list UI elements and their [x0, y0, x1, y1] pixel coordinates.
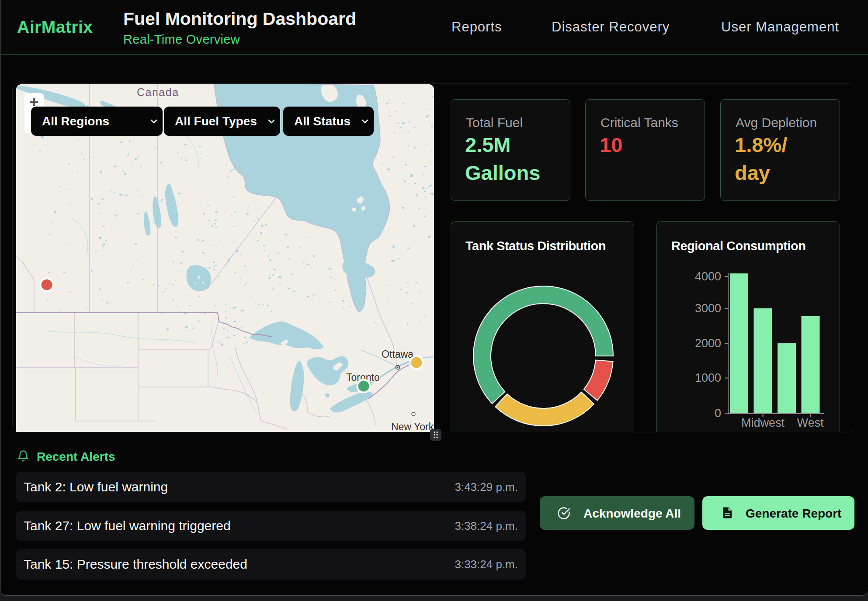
svg-text:2000: 2000: [695, 337, 721, 350]
svg-text:0: 0: [715, 407, 721, 420]
svg-text:Midwest: Midwest: [741, 416, 785, 429]
svg-text:Ottawa: Ottawa: [382, 349, 413, 360]
svg-text:4000: 4000: [695, 270, 721, 283]
svg-text:West: West: [797, 416, 824, 429]
svg-text:1000: 1000: [695, 371, 721, 384]
svg-text:3000: 3000: [695, 302, 721, 315]
svg-text:New York: New York: [391, 421, 434, 432]
svg-text:Canada: Canada: [137, 86, 179, 98]
